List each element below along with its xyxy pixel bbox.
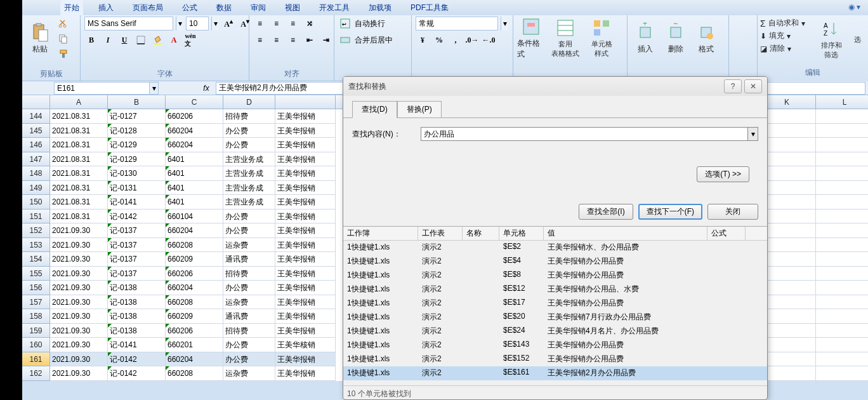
find-next-button[interactable]: 查找下一个(F) [638,204,702,220]
cell[interactable]: 主营业务成 [223,195,275,210]
col-header-l[interactable]: L [816,95,868,109]
cell[interactable] [816,252,868,267]
ribbon-tab[interactable]: 数据 [213,0,235,16]
result-row[interactable]: 1快捷键1.xls演示2$E$24王美华报销4月名片、办公用品费 [343,324,767,338]
cell[interactable]: 王美华报销 [275,309,336,324]
cell[interactable]: 2021.09.30 [50,352,108,367]
inc-decimal-button[interactable]: .0→ [465,33,479,47]
ribbon-tab[interactable]: 开发工具 [315,0,353,16]
cell[interactable]: 王美华报销 [275,267,336,281]
close-button[interactable]: 关闭 [707,204,758,220]
cell[interactable]: 2021.09.30 [50,324,108,338]
cell[interactable]: 招待费 [223,324,275,338]
fill-color-button[interactable] [150,33,164,47]
res-h-value[interactable]: 值 [544,227,707,240]
cell[interactable] [816,181,868,196]
col-header-d[interactable]: D [223,95,275,109]
result-row[interactable]: 1快捷键1.xls演示2$E$143王美华报销办公用品费 [343,338,767,352]
row-header[interactable]: 148 [22,166,50,181]
cell[interactable]: 招待费 [223,109,275,124]
font-name-combo[interactable]: MS Sans Serif [84,17,173,30]
cond-format-button[interactable]: 条件格式 [517,17,545,60]
grow-font-button[interactable]: A▴ [221,17,235,30]
name-box[interactable]: E161 ▾ [54,82,159,95]
cell[interactable]: 2021.08.31 [50,152,108,167]
col-header-b[interactable]: B [108,95,166,109]
align-middle-button[interactable]: ≡ [270,17,284,30]
number-format-drop[interactable]: ▾ [501,17,508,30]
cell[interactable]: 660204 [166,138,223,152]
row-header[interactable]: 158 [22,309,50,324]
currency-button[interactable]: ¥ [416,33,430,47]
cell[interactable] [816,338,868,352]
row-header[interactable]: 144 [22,109,50,124]
orientation-button[interactable]: ⤭ [303,17,317,30]
cell[interactable]: 王美华核销 [275,338,336,352]
cell[interactable]: 记-0129 [108,152,166,167]
row-header[interactable]: 160 [22,338,50,352]
cut-button[interactable] [56,17,70,30]
cell[interactable]: 2021.08.31 [50,138,108,152]
cell[interactable]: 2021.09.30 [50,281,108,295]
options-button[interactable]: 选项(T) >> [697,166,749,182]
cell[interactable]: 记-0137 [108,238,166,253]
ribbon-tab[interactable]: 审阅 [247,0,270,16]
cell[interactable]: 2021.09.30 [50,267,108,281]
copy-button[interactable] [56,32,70,46]
fx-button[interactable]: fx [199,82,213,95]
cell[interactable]: 660104 [166,210,223,224]
row-header[interactable]: 149 [22,181,50,196]
cell[interactable]: 通讯费 [223,309,275,324]
cell[interactable] [816,281,868,295]
result-row[interactable]: 1快捷键1.xls演示2$E$2王美华报销水、办公用品费 [343,241,767,255]
cell[interactable]: 记-0138 [108,309,166,324]
row-header[interactable]: 157 [22,295,50,310]
cell[interactable]: 660201 [166,338,223,352]
align-left-button[interactable]: ≡ [253,33,267,47]
wrap-label[interactable]: 自动换行 [355,18,385,29]
underline-button[interactable]: U [117,33,131,47]
select-all-button[interactable] [22,95,50,109]
dialog-help-button[interactable]: ? [724,79,742,93]
row-header[interactable]: 162 [22,366,50,381]
font-color-button[interactable]: A [167,33,181,47]
row-header[interactable]: 154 [22,252,50,267]
cell[interactable]: 办公费 [223,210,275,224]
row-header[interactable]: 159 [22,324,50,338]
tab-replace[interactable]: 替换(P) [397,101,442,118]
search-drop-icon[interactable]: ▾ [747,128,758,140]
cell[interactable]: 记-0137 [108,252,166,267]
cell[interactable]: 2021.09.30 [50,223,108,238]
res-h-name[interactable]: 名称 [463,227,499,240]
cell[interactable]: 运杂费 [223,238,275,253]
cell[interactable]: 记-0129 [108,138,166,152]
dec-decimal-button[interactable]: ←.0 [482,33,496,47]
col-header-c[interactable]: C [166,95,223,109]
cell[interactable]: 王美华报销 [275,152,336,167]
cell[interactable]: 记-0142 [108,352,166,367]
cell[interactable]: 王美华报销 [275,195,336,210]
cell[interactable]: 记-0138 [108,324,166,338]
italic-button[interactable]: I [101,33,115,47]
cell[interactable]: 660209 [166,252,223,267]
ribbon-tab[interactable]: 公式 [178,0,201,16]
phonetic-button[interactable]: wén文 [183,33,197,47]
insert-cells-button[interactable]: +插入 [631,17,659,60]
cell[interactable]: 660206 [166,267,223,281]
cell[interactable]: 记-0137 [108,223,166,238]
comma-button[interactable]: , [449,33,463,47]
cell[interactable]: 660204 [166,124,223,138]
merge-icon-button[interactable] [338,33,352,47]
cell[interactable]: 记-0127 [108,109,166,124]
cell[interactable] [816,195,868,210]
cell[interactable] [816,166,868,181]
cell[interactable]: 2021.08.31 [50,109,108,124]
cell[interactable]: 主营业务成 [223,181,275,196]
number-format-combo[interactable]: 常规 [416,17,498,30]
results-list[interactable]: 1快捷键1.xls演示2$E$2王美华报销水、办公用品费1快捷键1.xls演示2… [343,241,767,385]
wrap-icon-button[interactable]: ↩ [338,17,352,30]
cell[interactable]: 王美华报销 [275,124,336,138]
cell[interactable] [816,124,868,138]
cell[interactable]: 办公费 [223,281,275,295]
cell[interactable]: 2021.09.30 [50,252,108,267]
